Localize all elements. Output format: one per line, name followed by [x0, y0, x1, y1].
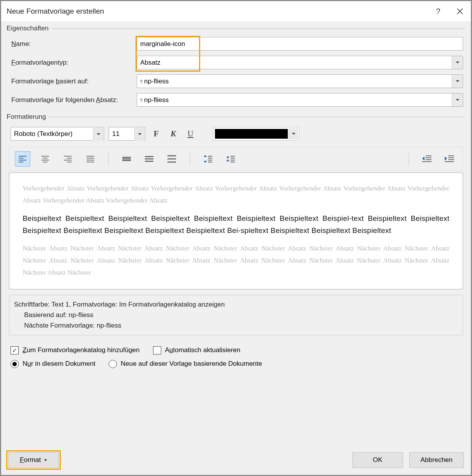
- underline-button[interactable]: U: [184, 128, 197, 140]
- only-this-document-radio[interactable]: Nur in diesem Dokument: [11, 360, 95, 368]
- close-button[interactable]: [449, 1, 471, 21]
- italic-button[interactable]: K: [167, 128, 180, 140]
- description-line-1: Schriftfarbe: Text 1, Formatvorlage: Im …: [14, 299, 458, 310]
- chevron-down-icon: [452, 93, 463, 106]
- font-family-value: Roboto (Textkörper): [14, 130, 72, 138]
- font-size-value: 11: [112, 130, 120, 138]
- preview-next-paragraph: Nächster Absatz Nächster Absatz Nächster…: [23, 242, 449, 279]
- paragraph-icon: ¶: [140, 79, 143, 84]
- chevron-down-icon: [452, 56, 463, 69]
- para-space-decrease-icon: [226, 155, 235, 163]
- next-style-label: Formatvorlage für folgenden Absatz:: [9, 96, 137, 104]
- indent-increase-icon: [444, 155, 454, 163]
- chevron-down-icon: [452, 75, 463, 88]
- cancel-button[interactable]: Abbrechen: [409, 452, 464, 468]
- style-description: Schriftfarbe: Text 1, Formatvorlage: Im …: [9, 295, 463, 335]
- paragraph-toolbar: [9, 147, 463, 171]
- properties-group: Eigenschaften Name: Formatvorlagentyp: A…: [7, 25, 465, 111]
- line-spacing-tight-icon: [122, 156, 131, 162]
- dialog-footer: Format OK Abbrechen: [7, 447, 465, 469]
- space-before-decrease-button[interactable]: [223, 151, 238, 167]
- description-line-3: Nächste Formatvorlage: np-fliess: [14, 320, 458, 331]
- para-space-increase-icon: [203, 155, 213, 163]
- align-justify-button[interactable]: [83, 151, 98, 167]
- color-swatch: [215, 129, 288, 139]
- align-justify-icon: [86, 155, 95, 162]
- align-right-button[interactable]: [60, 151, 76, 167]
- based-on-combo[interactable]: ¶ np-fliess: [137, 74, 463, 88]
- close-icon: [456, 8, 463, 15]
- space-before-increase-button[interactable]: [200, 151, 216, 167]
- preview-previous-paragraph: Vorhergehender Absatz Vorhergehender Abs…: [23, 182, 449, 207]
- style-type-combo[interactable]: Absatz: [137, 56, 463, 69]
- dialog-title: Neue Formatvorlage erstellen: [7, 7, 427, 16]
- new-documents-radio[interactable]: Neue auf dieser Vorlage basierende Dokum…: [109, 360, 262, 368]
- align-right-icon: [63, 155, 72, 162]
- decrease-indent-button[interactable]: [419, 151, 435, 167]
- titlebar: Neue Formatvorlage erstellen ?: [1, 1, 471, 21]
- based-on-value: np-fliess: [144, 78, 169, 85]
- line-spacing-1_5-button[interactable]: [141, 151, 157, 167]
- chevron-down-icon: [134, 128, 144, 141]
- line-spacing-medium-icon: [144, 155, 154, 162]
- font-size-combo[interactable]: 11: [109, 127, 145, 141]
- new-documents-label: Neue auf dieser Vorlage basierende Dokum…: [121, 360, 262, 368]
- align-center-button[interactable]: [37, 151, 53, 167]
- help-button[interactable]: ?: [427, 1, 449, 21]
- add-to-gallery-checkbox[interactable]: ✓ Zum Formatvorlagenkatalog hinzufügen: [11, 346, 140, 354]
- properties-legend: Eigenschaften: [7, 25, 52, 32]
- name-label: Name:: [9, 40, 137, 48]
- chevron-down-icon: [289, 128, 298, 139]
- ok-button[interactable]: OK: [352, 452, 403, 468]
- auto-update-checkbox[interactable]: Automatisch aktualisieren: [153, 346, 241, 354]
- align-center-icon: [41, 155, 49, 162]
- font-family-combo[interactable]: Roboto (Textkörper): [11, 127, 104, 141]
- description-line-2: Basierend auf: np-fliess: [14, 310, 458, 320]
- formatting-group: Formatierung Roboto (Textkörper) 11 F K …: [7, 113, 465, 444]
- line-spacing-1-button[interactable]: [119, 151, 134, 167]
- style-type-value: Absatz: [140, 59, 160, 67]
- style-type-label: Formatvorlagentyp:: [9, 59, 137, 67]
- bold-button[interactable]: F: [150, 128, 162, 140]
- line-spacing-loose-icon: [167, 155, 176, 163]
- next-style-value: np-fliess: [144, 96, 169, 104]
- preview-sample-text: Beispieltext Beispieltext Beispieltext B…: [23, 212, 449, 237]
- font-color-button[interactable]: [213, 127, 299, 141]
- font-toolbar: Roboto (Textkörper) 11 F K U: [9, 125, 463, 142]
- align-left-button[interactable]: [15, 151, 30, 167]
- indent-decrease-icon: [422, 155, 432, 163]
- dialog-create-new-style: Neue Formatvorlage erstellen ? Eigenscha…: [1, 1, 471, 475]
- based-on-label: Formatvorlage basiert auf:: [9, 78, 137, 85]
- line-spacing-2-button[interactable]: [164, 151, 180, 167]
- formatting-legend: Formatierung: [7, 113, 49, 121]
- chevron-down-icon: [93, 128, 103, 141]
- preview-pane: Vorhergehender Absatz Vorhergehender Abs…: [9, 173, 463, 289]
- paragraph-icon: ¶: [140, 98, 143, 102]
- next-style-combo[interactable]: ¶ np-fliess: [137, 93, 463, 107]
- increase-indent-button[interactable]: [442, 151, 457, 167]
- format-menu-button[interactable]: Format: [8, 452, 59, 468]
- align-left-icon: [18, 155, 27, 162]
- name-input[interactable]: [137, 37, 463, 51]
